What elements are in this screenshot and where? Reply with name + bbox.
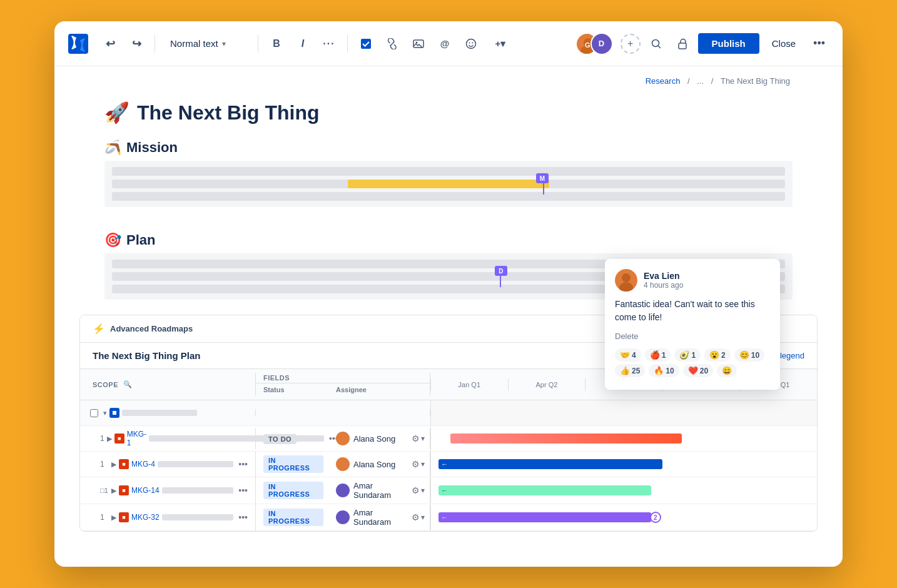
plan-text[interactable]: Plan (126, 232, 155, 248)
text-style-dropdown[interactable]: Normal text ▾ (163, 34, 250, 53)
mkg32-more-button[interactable]: ••• (236, 512, 250, 522)
breadcrumb-ellipsis[interactable]: ... (697, 76, 704, 86)
mkg14-more-button[interactable]: ••• (236, 485, 250, 495)
reaction-handshake[interactable]: 🤝 4 (615, 348, 641, 362)
plan-heading: 🎯 Plan (54, 222, 843, 253)
confluence-logo[interactable] (67, 33, 89, 55)
image-button[interactable] (408, 33, 429, 54)
insert-button[interactable]: +▾ (487, 33, 514, 54)
mkg4-dropdown-icon[interactable]: ▾ (421, 460, 425, 469)
page-title-emoji: 🚀 (104, 101, 129, 124)
reaction-astonished[interactable]: 😮 2 (704, 348, 731, 362)
bold-button[interactable]: B (266, 33, 287, 54)
emoji-button[interactable] (460, 33, 482, 54)
reaction-fire[interactable]: 🔥 10 (649, 364, 679, 377)
mkg32-gantt-bar: ← (438, 512, 651, 522)
mkg32-title-bar (162, 514, 234, 520)
svg-rect-0 (68, 34, 88, 54)
more-format-button[interactable]: ··· (318, 33, 340, 54)
mkg4-settings-icon[interactable]: ⚙ (412, 459, 420, 469)
mkg1-status-cell: TO DO (256, 429, 331, 448)
mention-button[interactable]: @ (434, 33, 455, 54)
mkg14-dropdown-icon[interactable]: ▾ (421, 486, 425, 495)
reaction-apple[interactable]: 🍎 1 (645, 348, 671, 362)
mkg1-settings-icon[interactable]: ⚙ (412, 433, 420, 444)
reaction-add-icon: 😄 (722, 366, 732, 375)
mission-heading: 🪃 Mission (54, 129, 843, 161)
mkg14-status-badge: IN PROGRESS (263, 482, 323, 499)
undo-button[interactable]: ↩ (99, 33, 121, 54)
add-collaborator-button[interactable]: + (621, 34, 641, 54)
mkg14-settings-icon[interactable]: ⚙ (412, 485, 420, 495)
parent-checkbox[interactable] (90, 409, 98, 417)
reaction-fire-emoji: 🔥 (654, 366, 664, 375)
mission-gantt: M (54, 161, 843, 207)
expand-icon-14[interactable]: ▶ (111, 487, 116, 495)
reaction-heart-emoji: ❤️ (688, 366, 698, 375)
mkg4-scope-cell: 1 ▶ ■ MKG-4 ••• (80, 455, 255, 473)
reaction-avocado-emoji: 🥑 (679, 350, 689, 360)
italic-button[interactable]: I (292, 33, 313, 54)
mkg4-id[interactable]: MKG-4 (131, 460, 155, 469)
mission-text[interactable]: Mission (126, 139, 178, 156)
mkg32-settings-icon[interactable]: ⚙ (412, 512, 420, 522)
more-options-button[interactable]: ••• (808, 34, 830, 53)
breadcrumb-sep-2: / (711, 76, 714, 86)
mkg1-assignee-avatar (336, 432, 350, 445)
lock-button[interactable] (672, 33, 693, 54)
mkg4-assignee-cell: Alana Song ⚙ ▾ (331, 454, 430, 475)
expand-icon-4[interactable]: ▶ (111, 460, 116, 469)
svg-text:G: G (585, 41, 590, 49)
parent-gantt-cell (430, 400, 817, 425)
scope-search-icon[interactable]: 🔍 (123, 380, 133, 388)
mkg4-status-cell: IN PROGRESS (256, 452, 331, 477)
comment-text: Fantastic idea! Can't wait to see this c… (615, 298, 770, 324)
expand-icon-1[interactable]: ▶ (107, 435, 112, 443)
mkg14-title-bar (162, 487, 234, 494)
mkg32-gantt-cell: ← 2 (430, 505, 817, 530)
q1-jan-header: Jan Q1 (430, 378, 508, 391)
mkg14-assignee-cell: Amar Sundaram ⚙ ▾ (331, 477, 430, 504)
breadcrumb-sep-1: / (687, 76, 690, 86)
mkg4-gantt-cell: ← (430, 452, 817, 477)
breadcrumb-research[interactable]: Research (646, 76, 681, 86)
reaction-avocado[interactable]: 🥑 1 (674, 348, 701, 362)
mkg14-id[interactable]: MKG-14 (131, 486, 160, 495)
status-column-header: Status (256, 383, 331, 396)
page-title-text[interactable]: The Next Big Thing (137, 101, 320, 124)
close-button[interactable]: Close (764, 33, 803, 54)
reaction-thumbsup[interactable]: 👍 25 (615, 364, 645, 377)
mkg32-item-icon: ■ (119, 512, 129, 522)
reaction-astonished-count: 2 (721, 351, 726, 360)
reactions-row-1: 🤝 4 🍎 1 🥑 1 😮 2 😊 10 (615, 348, 770, 362)
mkg1-scope-cell: 1 ▶ ■ MKG-1 ••• (80, 426, 255, 451)
reaction-add[interactable]: 😄 (717, 364, 737, 377)
comment-delete-link[interactable]: Delete (615, 332, 770, 341)
checkbox-button[interactable] (355, 33, 377, 54)
expand-icon[interactable]: ▾ (103, 409, 107, 417)
mkg32-id[interactable]: MKG-32 (131, 513, 160, 522)
table-row: 1 ▶ ■ MKG-1 ••• TO DO Alana Song (80, 426, 817, 452)
mkg1-gantt-bar (450, 433, 682, 444)
toolbar-divider-2 (258, 35, 258, 53)
reaction-astonished-emoji: 😮 (709, 350, 719, 360)
mkg4-more-button[interactable]: ••• (236, 459, 250, 469)
comment-author-avatar (615, 269, 637, 291)
mkg32-status-cell: IN PROGRESS (256, 505, 331, 530)
reaction-heart[interactable]: ❤️ 20 (683, 364, 713, 377)
mkg1-assignee-name: Alana Song (353, 434, 395, 444)
mkg1-dropdown-icon[interactable]: ▾ (421, 434, 425, 443)
publish-button[interactable]: Publish (698, 33, 759, 54)
mkg32-scope-cell: 1 ▶ ■ MKG-32 ••• (80, 509, 255, 526)
search-button[interactable] (646, 33, 667, 54)
svg-rect-12 (679, 43, 686, 49)
mkg32-assignee-cell: Amar Sundaram ⚙ ▾ (331, 504, 430, 530)
redo-button[interactable]: ↪ (126, 33, 147, 54)
mkg1-id[interactable]: MKG-1 (127, 430, 146, 447)
reaction-thumbsup-emoji: 👍 (620, 366, 630, 375)
reaction-thumbsup-count: 25 (632, 367, 640, 375)
link-button[interactable] (382, 33, 403, 54)
expand-icon-32[interactable]: ▶ (111, 514, 116, 522)
mkg32-dropdown-icon[interactable]: ▾ (421, 513, 425, 522)
reaction-smile[interactable]: 😊 10 (734, 348, 764, 362)
